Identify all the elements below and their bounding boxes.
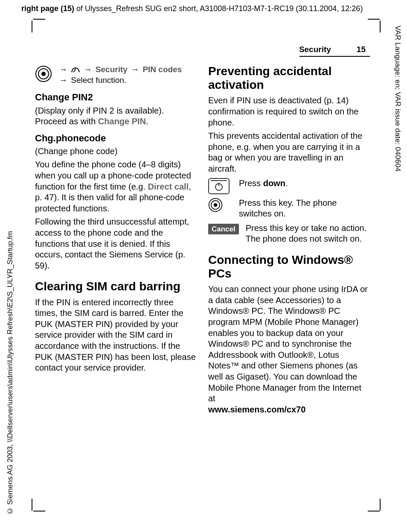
arrow-icon: → [131, 65, 139, 74]
running-header: Security15 [35, 45, 370, 56]
svg-point-2 [41, 72, 46, 76]
para-chg-body1: You define the phone code (4–8 digits) w… [35, 159, 196, 214]
arrow-icon: → [84, 65, 92, 74]
ref-change-pin: Change PIN [98, 117, 146, 126]
ref-direct-call: Direct call [148, 182, 189, 191]
nav-select-function: Select function. [71, 76, 126, 85]
key-text-center: Press this key. The phone switches on. [239, 198, 369, 219]
right-column: Preventing accidental activation Even if… [208, 64, 369, 418]
heading-clear-sim: Clearing SIM card barring [35, 280, 196, 293]
key-text-power: Press down. [239, 178, 369, 189]
center-key-icon [35, 65, 52, 82]
print-meta-right: VAR Language: en; VAR issue date: 040604 [393, 26, 402, 172]
heading-change-pin2: Change PIN2 [35, 91, 196, 103]
arrow-icon: → [59, 65, 67, 74]
key-row-power: Press down. [208, 178, 369, 194]
heading-prevent: Preventing accidental activation [208, 64, 369, 92]
download-url: www.siemens.com/cx70 [208, 405, 305, 414]
doc-id: of Ulysses_Refresh SUG en2 short, A31008… [74, 4, 363, 13]
para-chg-sub: (Change phone code) [35, 146, 196, 157]
left-column: → → Security → PIN codes → Select functi… [35, 64, 196, 418]
svg-point-5 [214, 203, 218, 207]
power-key-icon [208, 178, 232, 194]
para-change-pin2: (Display only if PIN 2 is available). Pr… [35, 105, 196, 127]
header-rule [299, 56, 370, 57]
page-content: Security15 → → [35, 45, 370, 418]
heading-connect: Connecting to Windows® PCs [208, 253, 369, 281]
menu-navigation: → → Security → PIN codes → Select functi… [35, 64, 196, 85]
print-meta-top: right page (15) of Ulysses_Refresh SUG e… [21, 4, 363, 13]
section-name: Security [299, 45, 331, 54]
arrow-icon: → [59, 76, 67, 85]
heading-chg-phonecode: Chg.phonecode [35, 132, 196, 144]
center-key-icon [208, 198, 232, 212]
key-row-center: Press this key. The phone switches on. [208, 198, 369, 219]
para-chg-body2: Following the third unsuccessful attempt… [35, 216, 196, 271]
cancel-softkey-icon: Cancel [208, 223, 239, 235]
print-meta-left: © Siemens AG 2003, \\Dellserver\users\ad… [6, 231, 15, 515]
nav-seg-security: Security [96, 65, 128, 74]
para-prevent2: This prevents accidental activation of t… [208, 131, 369, 174]
page-number: 15 [357, 45, 366, 54]
para-clear-sim: If the PIN is entered incorrectly three … [35, 297, 196, 374]
softkey-label: Cancel [208, 224, 239, 235]
key-row-cancel: Cancel Press this key or take no action.… [208, 223, 369, 245]
nav-path: → → Security → PIN codes → Select functi… [58, 64, 182, 85]
nav-seg-pincodes: PIN codes [142, 65, 182, 74]
page-indicator: right page (15) [21, 4, 74, 13]
para-prevent1: Even if PIN use is deactivated (p. 14) c… [208, 95, 369, 128]
key-text-cancel: Press this key or take no action. The ph… [246, 223, 369, 245]
para-connect: You can connect your phone using IrDA or… [208, 284, 369, 415]
setup-icon [71, 67, 80, 73]
